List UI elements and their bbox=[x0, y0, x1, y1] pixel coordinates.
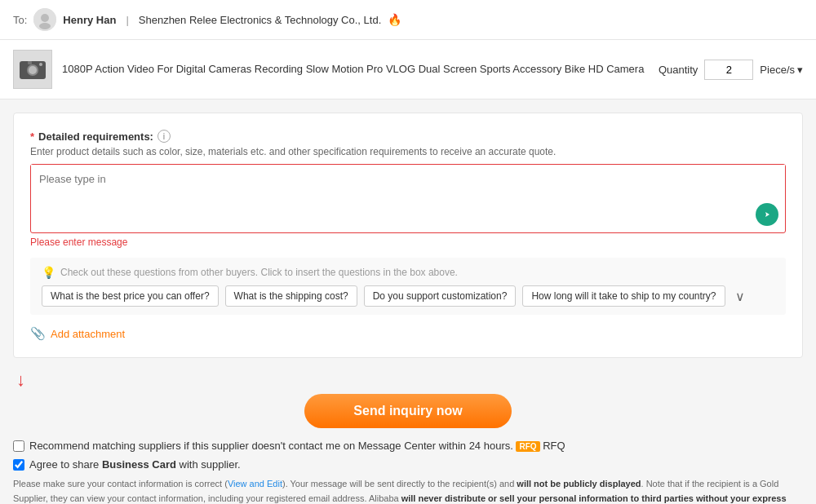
svg-rect-6 bbox=[28, 61, 32, 64]
business-card-checkbox-row: Agree to share Business Card with suppli… bbox=[13, 458, 803, 471]
field-hint: Enter product details such as color, siz… bbox=[30, 146, 786, 157]
info-icon[interactable]: i bbox=[157, 130, 171, 143]
recipient-name: Henry Han bbox=[63, 14, 116, 26]
rfq-checkbox-row: Recommend matching suppliers if this sup… bbox=[13, 440, 803, 452]
quantity-label: Quantity bbox=[659, 64, 698, 76]
error-message: Please enter message bbox=[30, 237, 786, 248]
down-arrow-icon: ↓ bbox=[16, 371, 25, 389]
questions-hint-text: Check out these questions from other buy… bbox=[60, 267, 458, 278]
question-chip-3[interactable]: How long will it take to ship to my coun… bbox=[522, 285, 725, 307]
add-attachment-label[interactable]: Add attachment bbox=[51, 328, 125, 340]
send-inside-button[interactable] bbox=[756, 203, 778, 226]
to-bar: To: Henry Han | Shenzhen Relee Electroni… bbox=[0, 0, 816, 40]
question-chip-0[interactable]: What is the best price you can offer? bbox=[42, 285, 219, 307]
send-btn-wrapper: Send inquiry now bbox=[13, 394, 803, 428]
footer-text: Please make sure your contact informatio… bbox=[13, 477, 803, 504]
send-inquiry-button[interactable]: Send inquiry now bbox=[304, 394, 511, 428]
separator: | bbox=[126, 14, 128, 26]
more-questions-button[interactable]: ∨ bbox=[732, 289, 748, 304]
attachment-row: 📎 Add attachment bbox=[30, 326, 786, 341]
paperclip-icon: 📎 bbox=[30, 326, 46, 341]
questions-section: 💡 Check out these questions from other b… bbox=[30, 258, 786, 315]
question-chip-1[interactable]: What is the shipping cost? bbox=[225, 285, 357, 307]
unit-label: Piece/s bbox=[760, 64, 795, 76]
message-textarea[interactable] bbox=[31, 165, 785, 230]
product-thumbnail bbox=[13, 50, 52, 89]
svg-point-5 bbox=[29, 66, 37, 74]
field-label: * Detailed requirements: i bbox=[30, 130, 786, 143]
business-card-label[interactable]: Agree to share Business Card with suppli… bbox=[29, 458, 241, 471]
quantity-section: Quantity Piece/s ▾ bbox=[659, 60, 803, 80]
page-wrapper: To: Henry Han | Shenzhen Relee Electroni… bbox=[0, 0, 816, 504]
arrow-wrapper: ↓ bbox=[13, 371, 803, 389]
svg-point-7 bbox=[39, 63, 42, 66]
bulb-icon: 💡 bbox=[42, 266, 55, 279]
question-chip-2[interactable]: Do you support customization? bbox=[364, 285, 517, 307]
quantity-input[interactable] bbox=[704, 60, 753, 80]
fire-icon: 🔥 bbox=[388, 13, 401, 26]
bc-text-prefix: Agree to share bbox=[29, 458, 102, 471]
questions-list: What is the best price you can offer? Wh… bbox=[42, 285, 774, 307]
bc-text-suffix: with supplier. bbox=[176, 458, 241, 471]
textarea-wrapper bbox=[30, 164, 786, 233]
form-card: * Detailed requirements: i Enter product… bbox=[13, 113, 803, 358]
to-label: To: bbox=[13, 14, 27, 26]
svg-point-1 bbox=[41, 14, 49, 22]
company-name: Shenzhen Relee Electronics & Technology … bbox=[139, 14, 382, 26]
product-title: 1080P Action Video For Digital Cameras R… bbox=[62, 62, 649, 77]
questions-hint: 💡 Check out these questions from other b… bbox=[42, 266, 774, 279]
avatar bbox=[33, 8, 56, 31]
business-card-checkbox[interactable] bbox=[13, 459, 24, 471]
required-star: * bbox=[30, 130, 34, 143]
svg-point-2 bbox=[39, 23, 51, 29]
field-label-text: Detailed requirements: bbox=[38, 130, 153, 143]
product-row: 1080P Action Video For Digital Cameras R… bbox=[0, 40, 816, 99]
rfq-label[interactable]: Recommend matching suppliers if this sup… bbox=[29, 440, 565, 452]
unit-select[interactable]: Piece/s ▾ bbox=[760, 64, 803, 76]
business-card-bold: Business Card bbox=[102, 458, 176, 471]
bottom-section: ↓ Send inquiry now Recommend matching su… bbox=[0, 371, 816, 504]
chevron-down-icon: ▾ bbox=[797, 64, 803, 76]
view-edit-link[interactable]: View and Edit bbox=[228, 479, 282, 489]
rfq-checkbox[interactable] bbox=[13, 440, 24, 452]
